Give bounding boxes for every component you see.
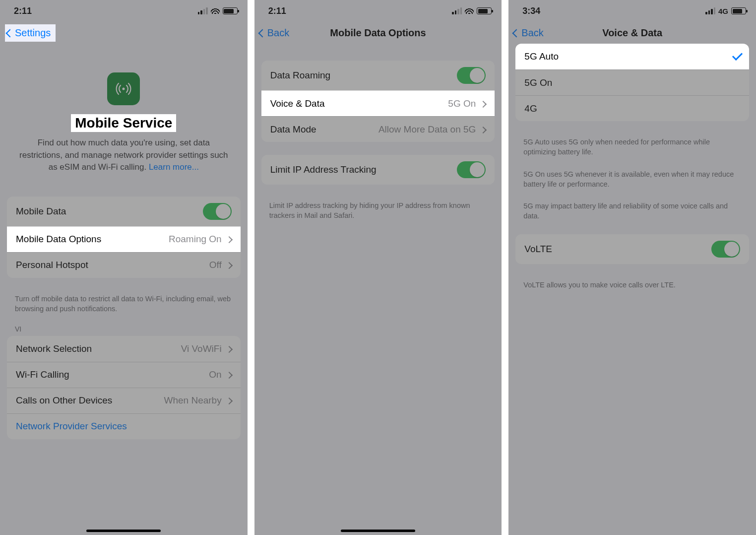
- battery-icon: [477, 7, 492, 14]
- row-5g-auto[interactable]: 5G Auto: [515, 44, 749, 69]
- hero-card: Mobile Service Find out how much data yo…: [7, 54, 241, 183]
- row-limit-ip-tracking[interactable]: Limit IP Address Tracking: [261, 155, 495, 185]
- row-label: Mobile Data Options: [16, 234, 169, 245]
- row-label: Wi-Fi Calling: [16, 369, 209, 380]
- back-label: Back: [267, 27, 289, 39]
- status-bar: 2:11: [254, 0, 502, 22]
- chevron-right-icon: [227, 234, 232, 245]
- row-label: Data Roaming: [270, 70, 457, 81]
- footer-text: 5G On uses 5G whenever it is available, …: [508, 166, 756, 190]
- list-group-privacy: Limit IP Address Tracking: [261, 155, 495, 185]
- nav-bar: Back Mobile Data Options: [254, 22, 502, 44]
- screen-voice-and-data: 3:34 4G Back Voice & Data 5G Auto 5G On …: [508, 0, 756, 535]
- row-value: Off: [209, 260, 222, 270]
- signal-icon: [198, 7, 208, 14]
- row-label: Calls on Other Devices: [16, 395, 164, 406]
- list-group-carrier: Network Selection Vi VoWiFi Wi-Fi Callin…: [7, 336, 241, 439]
- mobile-data-toggle[interactable]: [203, 203, 232, 220]
- list-group-5g-options: 5G Auto 5G On 4G: [515, 44, 749, 121]
- row-label: 5G On: [524, 77, 740, 88]
- row-value: Roaming On: [169, 234, 222, 245]
- row-value: Allow More Data on 5G: [378, 124, 476, 135]
- row-voice-and-data[interactable]: Voice & Data 5G On: [261, 90, 495, 116]
- row-network-selection[interactable]: Network Selection Vi VoWiFi: [7, 336, 241, 362]
- page-title: Mobile Service: [19, 114, 229, 132]
- screen-mobile-data-options: 2:11 Back Mobile Data Options Data Roami…: [254, 0, 502, 535]
- screen-mobile-service: 2:11 Settings Mobile Ser: [0, 0, 248, 535]
- wifi-icon: [465, 6, 474, 16]
- row-value: On: [209, 369, 221, 380]
- chevron-right-icon: [481, 98, 486, 109]
- list-group-volte: VoLTE: [515, 234, 749, 264]
- svg-point-0: [123, 88, 125, 90]
- footer-text: VoLTE allows you to make voice calls ove…: [508, 277, 756, 290]
- status-time: 3:34: [522, 6, 540, 16]
- row-5g-on[interactable]: 5G On: [515, 69, 749, 95]
- battery-icon: [731, 7, 746, 14]
- chevron-right-icon: [481, 124, 486, 135]
- footer-text: Turn off mobile data to restrict all dat…: [0, 291, 248, 314]
- nav-title: Mobile Data Options: [254, 27, 502, 39]
- row-data-mode[interactable]: Data Mode Allow More Data on 5G: [261, 116, 495, 142]
- chevron-left-icon: [259, 27, 266, 39]
- network-type-label: 4G: [718, 7, 728, 15]
- row-4g[interactable]: 4G: [515, 95, 749, 121]
- row-label: Mobile Data: [16, 206, 203, 217]
- row-data-roaming[interactable]: Data Roaming: [261, 61, 495, 90]
- back-button[interactable]: Back: [513, 27, 543, 39]
- row-mobile-data[interactable]: Mobile Data: [7, 197, 241, 226]
- back-button[interactable]: Settings: [5, 24, 56, 42]
- home-indicator[interactable]: [341, 530, 415, 532]
- home-indicator[interactable]: [86, 530, 161, 532]
- row-value: When Nearby: [164, 395, 222, 406]
- data-roaming-toggle[interactable]: [457, 67, 486, 84]
- section-header: VI: [0, 325, 248, 336]
- chevron-right-icon: [227, 395, 232, 406]
- signal-icon: [705, 7, 715, 14]
- row-value: Vi VoWiFi: [181, 343, 222, 354]
- list-group-main: Data Roaming Voice & Data 5G On Data Mod…: [261, 61, 495, 142]
- row-label: Data Mode: [270, 124, 378, 135]
- learn-more-link[interactable]: Learn more...: [149, 162, 199, 172]
- row-provider-services[interactable]: Network Provider Services: [7, 413, 241, 439]
- checkmark-icon: [735, 51, 740, 63]
- chevron-right-icon: [227, 260, 232, 270]
- row-label: Voice & Data: [270, 98, 448, 109]
- footer-text: 5G Auto uses 5G only when needed for per…: [508, 134, 756, 157]
- row-label: Limit IP Address Tracking: [270, 164, 457, 175]
- back-label: Settings: [15, 27, 51, 39]
- row-label: Network Provider Services: [16, 421, 232, 432]
- wifi-icon: [211, 6, 220, 16]
- row-calls-other-devices[interactable]: Calls on Other Devices When Nearby: [7, 388, 241, 413]
- back-button[interactable]: Back: [259, 27, 289, 39]
- status-bar: 3:34 4G: [508, 0, 756, 22]
- back-label: Back: [521, 27, 543, 39]
- row-volte[interactable]: VoLTE: [515, 234, 749, 264]
- row-label: Personal Hotspot: [16, 260, 209, 270]
- row-label: 5G Auto: [524, 51, 735, 62]
- chevron-right-icon: [227, 343, 232, 354]
- hero-description: Find out how much data you're using, set…: [19, 137, 229, 174]
- limit-ip-toggle[interactable]: [457, 161, 486, 178]
- battery-icon: [223, 7, 238, 14]
- nav-title: Voice & Data: [508, 27, 756, 39]
- nav-bar: Settings: [0, 22, 248, 44]
- row-label: VoLTE: [524, 244, 711, 255]
- chevron-left-icon: [7, 27, 14, 39]
- row-wifi-calling[interactable]: Wi-Fi Calling On: [7, 362, 241, 388]
- status-time: 2:11: [268, 6, 286, 16]
- volte-toggle[interactable]: [711, 241, 740, 258]
- list-group-data: Mobile Data Mobile Data Options Roaming …: [7, 197, 241, 278]
- antenna-icon: [107, 72, 140, 105]
- row-label: 4G: [524, 103, 740, 114]
- row-personal-hotspot[interactable]: Personal Hotspot Off: [7, 252, 241, 278]
- footer-text: 5G may impact battery life and reliabili…: [508, 198, 756, 221]
- nav-bar: Back Voice & Data: [508, 22, 756, 44]
- chevron-right-icon: [227, 369, 232, 380]
- signal-icon: [452, 7, 462, 14]
- status-bar: 2:11: [0, 0, 248, 22]
- chevron-left-icon: [513, 27, 520, 39]
- row-value: 5G On: [448, 98, 476, 109]
- row-label: Network Selection: [16, 343, 181, 354]
- row-mobile-data-options[interactable]: Mobile Data Options Roaming On: [7, 226, 241, 252]
